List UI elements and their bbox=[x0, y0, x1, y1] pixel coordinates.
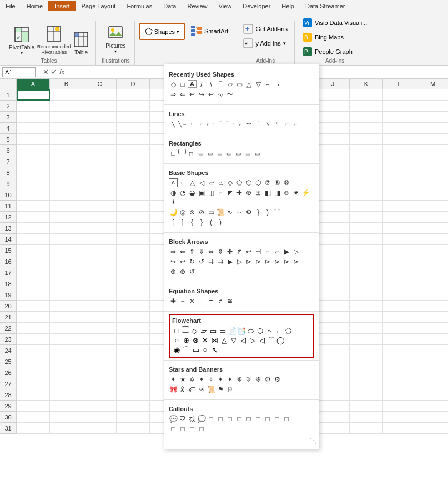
cell-16-12[interactable] bbox=[416, 256, 448, 267]
cell-18-3[interactable] bbox=[117, 278, 150, 289]
cell-7-1[interactable] bbox=[50, 156, 83, 167]
fc-merge[interactable]: ▽ bbox=[229, 336, 238, 345]
col-header-B[interactable]: B bbox=[50, 79, 83, 89]
cell-23-1[interactable] bbox=[50, 334, 83, 345]
smartart-button[interactable]: SmartArt bbox=[187, 23, 231, 39]
cell-6-3[interactable] bbox=[117, 145, 150, 156]
cell-20-11[interactable] bbox=[383, 301, 416, 312]
cell-6-0[interactable] bbox=[17, 145, 50, 156]
shape-curve[interactable]: ↩ bbox=[188, 90, 197, 99]
cell-12-2[interactable] bbox=[83, 212, 117, 223]
line-straight[interactable]: ╲ bbox=[169, 119, 178, 128]
fc-summing[interactable]: ⊕ bbox=[182, 336, 191, 345]
cell-12-1[interactable] bbox=[50, 212, 83, 223]
cell-10-10[interactable] bbox=[350, 189, 383, 201]
cell-15-11[interactable] bbox=[383, 245, 416, 256]
row-header-7[interactable]: 7 bbox=[0, 156, 17, 167]
cell-10-12[interactable] bbox=[416, 189, 448, 201]
fc-direct-access[interactable]: ◯ bbox=[276, 336, 285, 345]
menu-developer[interactable]: Developer bbox=[237, 2, 276, 11]
ba-notched[interactable]: ▷ bbox=[291, 247, 300, 256]
cell-25-10[interactable] bbox=[350, 356, 383, 367]
callout-line5[interactable]: □ bbox=[244, 414, 253, 423]
cell-16-10[interactable] bbox=[350, 256, 383, 267]
cell-29-2[interactable] bbox=[83, 401, 117, 412]
cell-5-9[interactable] bbox=[316, 134, 350, 145]
cell-3-2[interactable] bbox=[83, 112, 117, 123]
banner-wave1[interactable]: ≋ bbox=[197, 385, 206, 394]
cell-19-11[interactable] bbox=[383, 289, 416, 301]
bs-moon2[interactable]: 🌙 bbox=[169, 208, 178, 217]
cell-13-1[interactable] bbox=[50, 223, 83, 234]
cell-5-1[interactable] bbox=[50, 134, 83, 145]
fc-sort[interactable]: ⋈ bbox=[210, 336, 219, 345]
cell-5-12[interactable] bbox=[416, 134, 448, 145]
ba-curl[interactable]: ↪ bbox=[169, 257, 178, 266]
bs-circle9[interactable]: ⑧ bbox=[273, 178, 281, 187]
cell-9-9[interactable] bbox=[316, 178, 350, 189]
cell-9-0[interactable] bbox=[17, 178, 50, 189]
fc-card[interactable]: ▭ bbox=[191, 345, 200, 354]
bs-gear2[interactable]: ⚙ bbox=[244, 208, 253, 217]
cell-5-0[interactable] bbox=[17, 134, 50, 145]
banner-up-ribbon[interactable]: 🎀 bbox=[169, 385, 178, 394]
cell-12-9[interactable] bbox=[316, 212, 350, 223]
cell-10-1[interactable] bbox=[50, 189, 83, 201]
cell-12-0[interactable] bbox=[17, 212, 50, 223]
callout-line3[interactable]: □ bbox=[225, 414, 234, 423]
cell-17-1[interactable] bbox=[50, 267, 83, 278]
star-12pt[interactable]: ✦ bbox=[225, 375, 234, 384]
cell-30-2[interactable] bbox=[83, 412, 117, 423]
bs-oval[interactable]: ○ bbox=[178, 178, 187, 187]
cell-16-1[interactable] bbox=[50, 256, 83, 267]
rect-basic[interactable]: □ bbox=[169, 149, 178, 158]
callout-oval[interactable]: 🗯 bbox=[188, 414, 197, 423]
row-header-20[interactable]: 20 bbox=[0, 301, 17, 312]
cell-17-12[interactable] bbox=[416, 267, 448, 278]
cell-24-9[interactable] bbox=[316, 345, 350, 356]
cell-21-9[interactable] bbox=[316, 312, 350, 323]
cell-11-11[interactable] bbox=[383, 201, 416, 212]
cell-2-9[interactable] bbox=[316, 101, 350, 112]
cell-27-1[interactable] bbox=[50, 378, 83, 389]
ba-more2[interactable]: ⇉ bbox=[216, 257, 225, 266]
cell-14-9[interactable] bbox=[316, 234, 350, 245]
row-header-11[interactable]: 11 bbox=[0, 201, 17, 212]
cell-4-12[interactable] bbox=[416, 123, 448, 134]
bs-lc[interactable]: { bbox=[188, 218, 197, 227]
cell-19-0[interactable] bbox=[17, 289, 50, 301]
bs-lightning[interactable]: ⚡ bbox=[301, 188, 310, 197]
cell-28-10[interactable] bbox=[350, 389, 383, 401]
cell-28-12[interactable] bbox=[416, 389, 448, 401]
cell-11-2[interactable] bbox=[83, 201, 117, 212]
bs-scroll[interactable]: 📜 bbox=[216, 208, 225, 217]
ba-circular[interactable]: ↻ bbox=[188, 257, 197, 266]
line-more[interactable]: ⌒ bbox=[254, 119, 263, 128]
cell-14-2[interactable] bbox=[83, 234, 117, 245]
cell-27-10[interactable] bbox=[350, 378, 383, 389]
ba-extra2[interactable]: ⊕ bbox=[178, 267, 187, 276]
callout-cloud[interactable]: 💭 bbox=[197, 414, 206, 423]
cell-3-10[interactable] bbox=[350, 112, 383, 123]
cell-28-9[interactable] bbox=[316, 389, 350, 401]
cell-22-9[interactable] bbox=[316, 323, 350, 334]
cell-6-1[interactable] bbox=[50, 145, 83, 156]
cell-18-12[interactable] bbox=[416, 278, 448, 289]
row-header-16[interactable]: 16 bbox=[0, 256, 17, 267]
bs-rp[interactable]: ) bbox=[216, 218, 225, 227]
col-header-A[interactable]: A bbox=[17, 79, 50, 89]
cell-23-12[interactable] bbox=[416, 334, 448, 345]
cell-8-0[interactable] bbox=[17, 167, 50, 178]
ba-more3[interactable]: ▶ bbox=[225, 257, 234, 266]
callout-rounded[interactable]: 🗨 bbox=[178, 414, 187, 423]
cell-30-3[interactable] bbox=[117, 412, 150, 423]
cell-3-3[interactable] bbox=[117, 112, 150, 123]
cell-29-10[interactable] bbox=[350, 401, 383, 412]
cell-21-10[interactable] bbox=[350, 312, 383, 323]
cell-11-3[interactable] bbox=[117, 201, 150, 212]
callout-line2[interactable]: □ bbox=[216, 414, 225, 423]
cell-2-3[interactable] bbox=[117, 101, 150, 112]
bs-circle10[interactable]: ⑩ bbox=[282, 178, 291, 187]
cell-6-2[interactable] bbox=[83, 145, 117, 156]
bs-at[interactable]: ◎ bbox=[178, 208, 187, 217]
